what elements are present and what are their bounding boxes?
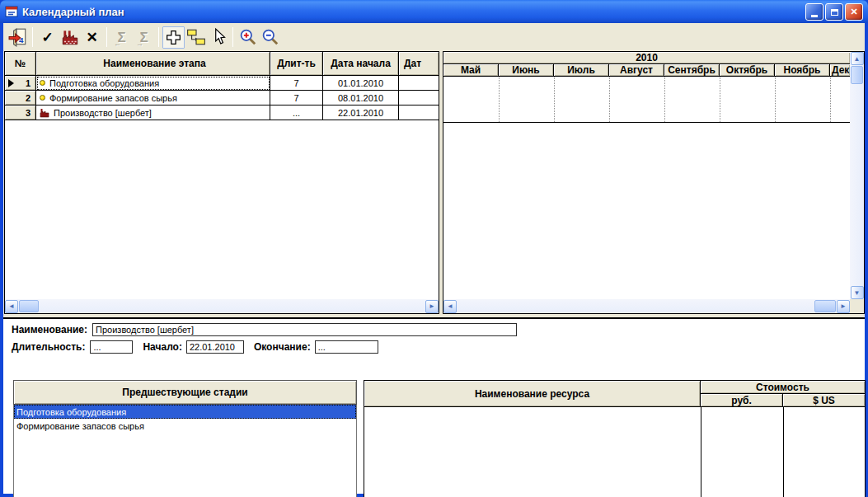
zoom-in-button[interactable]: [237, 26, 259, 49]
scroll-left-icon[interactable]: ◄: [443, 300, 457, 313]
duration-label: Длительность:: [12, 341, 85, 353]
predecessors-list[interactable]: Подготовка оборудования Формирование зап…: [13, 405, 357, 497]
titlebar[interactable]: Календарный план ✕: [0, 0, 868, 23]
predecessors-header: Предшествующие стадии: [13, 380, 357, 405]
end-label: Окончание:: [254, 341, 311, 353]
close-button[interactable]: ✕: [845, 3, 863, 21]
table-row[interactable]: 1 Подготовка оборудования 7 01.01.2010: [5, 76, 439, 91]
month-cell: Ноябрь: [775, 64, 830, 77]
column-header-name: Наименование этапа: [36, 52, 270, 76]
month-cell: Август: [609, 64, 664, 77]
window-title: Календарный план: [22, 6, 124, 18]
column-header-duration: Длит-ть: [270, 52, 323, 76]
maximize-icon: [831, 9, 838, 16]
gantt-hscrollbar[interactable]: ◄ ►: [443, 299, 850, 313]
current-row-marker: [8, 79, 14, 87]
scrollbar-thumb[interactable]: [851, 66, 863, 84]
stage-table-header: № Наименование этапа Длит-ть Дата начала…: [5, 52, 439, 76]
resources-table: Наименование ресурса Стоимость руб. $ US: [364, 380, 866, 497]
list-item[interactable]: Подготовка оборудования: [14, 405, 356, 419]
factory-button[interactable]: [59, 26, 81, 49]
exit-icon: 4: [8, 27, 28, 47]
confirm-button[interactable]: ✓: [36, 26, 59, 49]
scrollbar-thumb[interactable]: [814, 300, 836, 312]
gantt-rows-bottom-line: [443, 122, 850, 123]
scroll-up-icon[interactable]: ▲: [851, 52, 864, 65]
sum-prev-button[interactable]: Σ ←: [110, 26, 133, 49]
column-header-num: №: [5, 52, 36, 76]
gantt-chart-area[interactable]: [443, 77, 850, 299]
zoom-in-icon: [238, 27, 258, 47]
scroll-right-icon[interactable]: ►: [837, 300, 850, 313]
month-cell: Сентябрь: [664, 64, 720, 77]
month-cell: Июль: [554, 64, 609, 77]
list-item[interactable]: Формирование запасов сырья: [14, 419, 356, 433]
table-row[interactable]: 3 Производство [шербет] ... 22.01.2010: [5, 105, 439, 120]
scroll-left-icon[interactable]: ◄: [5, 300, 18, 313]
toolbar-separator: [106, 27, 107, 47]
app-window: Календарный план ✕ 4 ✓: [0, 0, 868, 497]
zoom-out-icon: [260, 27, 280, 47]
month-cell: Дек: [830, 64, 850, 77]
stage-dot-icon: [40, 80, 45, 86]
pointer-icon: [209, 27, 228, 47]
toolbar-separator: [232, 27, 233, 47]
link-stages-button[interactable]: [185, 26, 207, 49]
toolbar-separator: [32, 27, 33, 47]
check-icon: ✓: [41, 30, 53, 45]
gantt-vscrollbar[interactable]: ▲ ▼: [850, 52, 864, 299]
stage-hscrollbar[interactable]: ◄ ►: [5, 299, 439, 313]
stage-dot-icon: [40, 95, 45, 101]
sum-next-button[interactable]: Σ →: [133, 26, 155, 49]
pointer-button[interactable]: [207, 26, 229, 49]
minimize-button[interactable]: [805, 3, 823, 21]
maximize-button[interactable]: [825, 3, 843, 21]
cost-usd-header: $ US: [783, 394, 865, 407]
close-icon: ✕: [850, 7, 857, 17]
delete-icon: ✕: [86, 30, 97, 45]
stage-table: № Наименование этапа Длит-ть Дата начала…: [4, 51, 439, 314]
gantt-month-header: Май Июнь Июль Август Сентябрь Октябрь Но…: [443, 64, 850, 77]
add-stage-button[interactable]: [162, 26, 185, 49]
resource-name-header: Наименование ресурса: [364, 381, 701, 407]
scrollbar-thumb[interactable]: [19, 300, 39, 312]
duration-field[interactable]: [90, 340, 133, 354]
production-icon: [40, 108, 49, 118]
scroll-down-icon[interactable]: ▼: [851, 286, 864, 299]
gantt-year-header: 2010: [443, 52, 850, 64]
app-icon: [5, 5, 18, 18]
scrollbar-corner: [850, 299, 864, 313]
name-field[interactable]: [92, 323, 517, 336]
month-cell: Май: [443, 64, 499, 77]
month-cell: Октябрь: [720, 64, 775, 77]
start-field[interactable]: [186, 340, 244, 354]
svg-text:4: 4: [19, 35, 24, 45]
factory-icon: [60, 27, 80, 47]
minimize-icon: [811, 15, 818, 17]
name-label: Наименование:: [12, 324, 87, 335]
cost-rub-header: руб.: [701, 394, 783, 407]
table-row[interactable]: 2 Формирование запасов сырья 7 08.01.201…: [5, 91, 439, 105]
exit-button[interactable]: 4: [7, 26, 29, 49]
month-cell: Июнь: [499, 64, 554, 77]
toolbar: 4 ✓ ✕ Σ ← Σ →: [3, 23, 865, 51]
end-field[interactable]: [315, 340, 378, 354]
toolbar-separator: [158, 27, 159, 47]
zoom-out-button[interactable]: [259, 26, 281, 49]
details-panel: Наименование: Длительность: Начало: Окон…: [3, 319, 865, 494]
start-label: Начало:: [143, 341, 181, 353]
gantt-panel: 2010 Май Июнь Июль Август Сентябрь Октяб…: [443, 51, 865, 314]
link-stages-icon: [186, 27, 206, 47]
column-header-start: Дата начала: [323, 52, 399, 76]
delete-button[interactable]: ✕: [81, 26, 103, 49]
cost-header: Стоимость: [701, 381, 865, 394]
column-header-end: Дат: [399, 52, 439, 76]
plus-icon: [164, 28, 183, 47]
scroll-right-icon[interactable]: ►: [425, 300, 439, 313]
